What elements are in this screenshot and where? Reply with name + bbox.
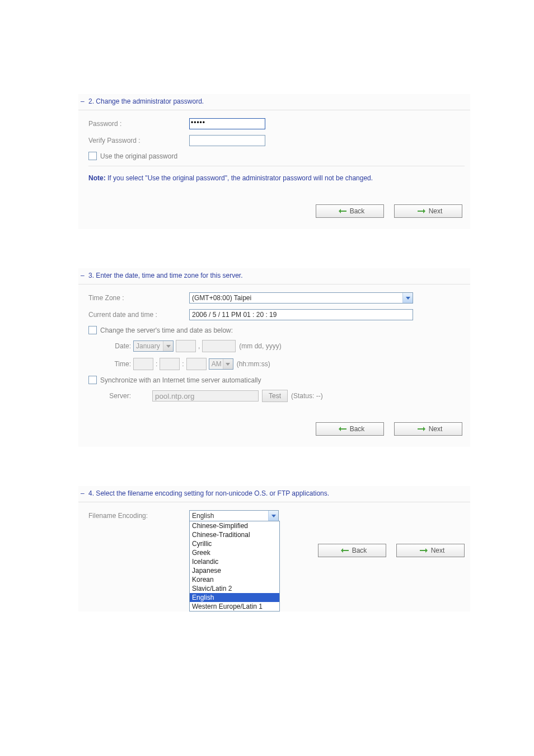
arrow-left-icon [341,548,349,553]
year-input[interactable] [202,340,236,352]
use-original-checkbox[interactable] [88,152,97,160]
second-input[interactable] [186,358,207,370]
current-datetime-label: Current date and time : [88,311,189,319]
svg-marker-2 [339,427,346,431]
collapse-icon[interactable]: – [81,97,85,105]
collapse-icon[interactable]: – [81,272,85,279]
time-hint: (hh:mm:ss) [237,360,270,368]
arrow-right-icon [418,208,425,214]
arrow-right-icon [420,548,428,553]
chevron-down-icon [268,511,278,521]
sync-label: Synchronize with an Internet time server… [100,376,261,384]
arrow-left-icon [339,426,346,432]
encoding-option[interactable]: Chinese-Simplified [190,521,279,530]
chevron-down-icon [163,341,173,351]
time-label: Time: [103,360,133,368]
svg-marker-1 [418,209,425,213]
timezone-select[interactable]: (GMT+08:00) Taipei [189,292,413,304]
encoding-option[interactable]: English [190,593,279,602]
panel-password: – 2. Change the administrator password. … [78,94,470,229]
back-button[interactable]: Back [318,544,386,557]
encoding-option[interactable]: Western Europe/Latin 1 [190,602,279,611]
svg-marker-3 [418,427,425,431]
timezone-label: Time Zone : [88,294,189,302]
verify-password-input[interactable] [189,135,265,146]
date-label: Date: [103,342,133,350]
date-hint: (mm dd, yyyy) [239,342,281,350]
panel-title: 4. Select the filename encoding setting … [88,489,329,497]
encoding-option[interactable]: Korean [190,575,279,584]
note-label: Note: [88,174,106,182]
password-label: Password : [88,120,189,128]
panel-header: – 2. Change the administrator password. [78,94,470,110]
next-button[interactable]: Next [396,544,465,557]
back-button[interactable]: Back [316,204,384,218]
day-input[interactable] [176,340,196,352]
status-label: (Status: --) [291,392,323,400]
hour-input[interactable] [133,358,153,370]
encoding-option[interactable]: Chinese-Traditional [190,530,279,539]
verify-password-label: Verify Password : [88,137,189,144]
current-datetime-value: 2006 / 5 / 11 PM 01 : 20 : 19 [189,309,413,320]
month-select[interactable]: January [133,340,174,352]
back-button[interactable]: Back [316,422,384,436]
next-button[interactable]: Next [394,422,462,436]
panel-header: – 4. Select the filename encoding settin… [78,486,470,502]
server-label: Server: [103,392,133,400]
change-time-checkbox[interactable] [88,326,97,334]
svg-marker-5 [420,548,428,553]
encoding-option[interactable]: Cyrillic [190,539,279,548]
encoding-option[interactable]: Icelandic [190,557,279,566]
note: Note: If you select "Use the original pa… [88,174,465,182]
chevron-down-icon [402,293,413,303]
svg-marker-4 [341,548,349,553]
encoding-dropdown[interactable]: Chinese-SimplifiedChinese-TraditionalCyr… [189,521,280,612]
use-original-label: Use the original password [100,152,177,160]
panel-datetime: – 3. Enter the date, time and time zone … [78,268,470,447]
test-button[interactable]: Test [262,390,288,402]
chevron-down-icon [223,359,233,369]
server-input[interactable] [152,390,259,402]
panel-title: 3. Enter the date, time and time zone fo… [88,272,242,279]
minute-input[interactable] [160,358,180,370]
encoding-option[interactable]: Greek [190,548,279,557]
encoding-option[interactable]: Slavic/Latin 2 [190,584,279,593]
arrow-left-icon [339,208,346,214]
password-input[interactable]: ••••• [189,118,265,129]
encoding-option[interactable]: Japanese [190,566,279,575]
note-text: If you select "Use the original password… [106,174,373,182]
encoding-label: Filename Encoding: [88,510,189,520]
panel-header: – 3. Enter the date, time and time zone … [78,268,470,284]
ampm-select[interactable]: AM [209,358,233,370]
panel-title: 2. Change the administrator password. [88,97,204,105]
next-button[interactable]: Next [394,204,462,218]
encoding-select[interactable]: English [189,510,279,521]
svg-marker-0 [339,209,346,213]
panel-encoding: – 4. Select the filename encoding settin… [78,486,470,612]
sync-checkbox[interactable] [88,376,97,384]
change-time-label: Change the server's time and date as bel… [100,326,233,334]
collapse-icon[interactable]: – [81,489,85,497]
arrow-right-icon [418,426,425,432]
